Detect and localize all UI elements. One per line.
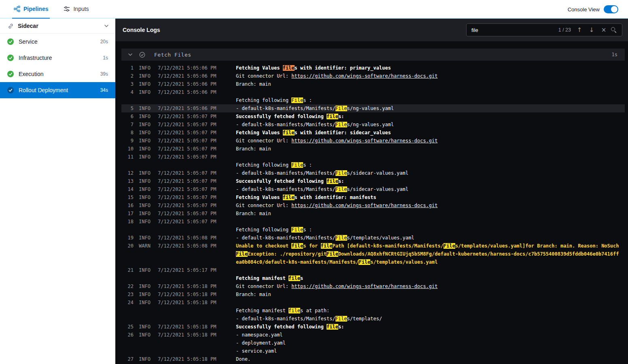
top-bar: Pipelines Inputs Console View — [0, 0, 628, 19]
log-row: 8INFO7/12/2021 5:05:07 PMFetching Values… — [121, 129, 625, 137]
log-line-number: 10 — [121, 145, 134, 153]
sidebar-item-execution[interactable]: Execution39s — [0, 66, 115, 82]
log-line-number: 27 — [121, 355, 134, 363]
pipeline-header[interactable]: Sidecar — [0, 19, 115, 34]
log-level: INFO — [139, 323, 155, 331]
log-level: INFO — [139, 234, 155, 242]
previous-match-button[interactable]: ↑ — [573, 24, 586, 36]
log-timestamp: 7/12/2021 5:05:18 PM — [158, 323, 219, 331]
log-level: INFO — [139, 298, 155, 307]
log-timestamp: 7/12/2021 5:05:07 PM — [158, 112, 219, 121]
log-row: 25INFO7/12/2021 5:05:18 PMSuccessfully f… — [121, 323, 625, 331]
console-title: Console Logs — [123, 27, 160, 33]
search-icon[interactable] — [611, 27, 617, 33]
stage-label: Execution — [19, 71, 100, 77]
log-row: 4INFO7/12/2021 5:05:06 PM Fetching follo… — [121, 88, 625, 104]
log-line-number: 8 — [121, 129, 134, 137]
log-level: INFO — [139, 153, 155, 161]
status-success-icon — [7, 38, 14, 45]
log-row: 6INFO7/12/2021 5:05:07 PMSuccessfully fe… — [121, 112, 625, 121]
search-match: file — [327, 114, 338, 119]
section-collapse-chevron-icon[interactable] — [127, 51, 134, 58]
log-timestamp: 7/12/2021 5:05:07 PM — [158, 193, 219, 201]
log-link[interactable]: https://github.com/wings-software/harnes… — [291, 284, 437, 289]
search-match: File — [335, 106, 347, 111]
tab-pipelines[interactable]: Pipelines — [12, 0, 50, 19]
stage-sidebar: Sidecar Service20sInfrastructure1sExecut… — [0, 19, 115, 364]
log-timestamp: 7/12/2021 5:05:07 PM — [158, 129, 219, 137]
log-level: INFO — [139, 177, 155, 185]
log-line-number: 26 — [121, 331, 134, 339]
log-timestamp: 7/12/2021 5:05:18 PM — [158, 298, 219, 307]
log-message: - default-k8s-manifests/Manifests/Files/… — [236, 185, 625, 193]
log-level: INFO — [139, 137, 155, 145]
search-match: File — [443, 243, 455, 249]
log-level: INFO — [139, 266, 155, 274]
log-section-header[interactable]: Fetch Files 1s — [121, 49, 625, 61]
log-message: - default-k8s-manifests/Manifests/Files/… — [236, 104, 625, 112]
log-timestamp: 7/12/2021 5:05:07 PM — [158, 121, 219, 129]
log-link[interactable]: https://github.com/wings-software/harnes… — [291, 203, 437, 208]
log-line-number: 5 — [121, 104, 134, 112]
log-level: INFO — [139, 282, 155, 290]
log-link[interactable]: https://github.com/wings-software/harnes… — [291, 138, 437, 144]
log-timestamp: 7/12/2021 5:05:18 PM — [158, 331, 219, 339]
chevron-down-icon[interactable] — [103, 23, 110, 29]
log-line-number: 12 — [121, 169, 134, 177]
log-timestamp: 7/12/2021 5:05:06 PM — [158, 72, 219, 80]
toggle-knob — [611, 6, 617, 13]
log-line-number: 11 — [121, 153, 134, 161]
status-success-icon — [7, 87, 14, 93]
sidebar-item-service[interactable]: Service20s — [0, 34, 115, 50]
log-row: 5INFO7/12/2021 5:05:06 PM- default-k8s-m… — [121, 104, 625, 112]
log-timestamp: 7/12/2021 5:05:07 PM — [158, 185, 219, 193]
log-timestamp: 7/12/2021 5:05:07 PM — [158, 145, 219, 153]
log-timestamp: 7/12/2021 5:05:18 PM — [158, 355, 219, 363]
log-message: - default-k8s-manifests/Manifests/Files/… — [236, 169, 625, 177]
log-row: 14INFO7/12/2021 5:05:07 PM- default-k8s-… — [121, 185, 625, 193]
log-timestamp: 7/12/2021 5:05:07 PM — [158, 210, 219, 218]
console-body: Fetch Files 1s 1INFO7/12/2021 5:05:06 PM… — [115, 41, 628, 364]
search-match: file — [327, 324, 338, 330]
log-timestamp: 7/12/2021 5:05:07 PM — [158, 218, 219, 226]
log-timestamp: 7/12/2021 5:05:07 PM — [158, 153, 219, 161]
clear-search-button[interactable]: × — [598, 24, 610, 36]
log-message: Fetching Values files with identifier: m… — [236, 193, 625, 201]
pipeline-name: Sidecar — [18, 23, 103, 29]
log-timestamp: 7/12/2021 5:05:18 PM — [158, 282, 219, 290]
log-link[interactable]: https://github.com/wings-software/harnes… — [291, 73, 437, 79]
log-row: 23INFO7/12/2021 5:05:18 PMBranch: main — [121, 290, 625, 298]
tab-inputs[interactable]: Inputs — [62, 0, 90, 19]
log-row: 27INFO7/12/2021 5:05:18 PMDone. — [121, 355, 625, 363]
console-view-toggle[interactable] — [604, 5, 618, 13]
search-match: File — [335, 235, 347, 241]
log-line-number: 24 — [121, 298, 134, 307]
log-level: INFO — [139, 169, 155, 177]
log-level: INFO — [139, 331, 155, 339]
log-message: Fetching Values files with identifier: s… — [236, 129, 625, 137]
log-row: 9INFO7/12/2021 5:05:07 PMGit connector U… — [121, 137, 625, 145]
search-match: file — [283, 195, 295, 200]
console-panel: Console Logs 1 / 23 ↑ ↓ × Fetch Files 1s… — [115, 19, 628, 364]
log-message: Git connector Url: https://github.com/wi… — [236, 72, 625, 80]
tab-pipelines-label: Pipelines — [23, 6, 48, 12]
log-row: 20WARN7/12/2021 5:05:08 PMUnable to chec… — [121, 242, 625, 266]
log-message: Successfully fetched following files: — [236, 112, 625, 121]
log-line-number: 7 — [121, 121, 134, 129]
sidebar-item-rollout-deployment[interactable]: Rollout Deployment34s — [0, 82, 115, 98]
log-row: 2INFO7/12/2021 5:05:06 PMGit connector U… — [121, 72, 625, 80]
log-level: INFO — [139, 201, 155, 210]
log-line-number: 18 — [121, 218, 134, 226]
log-timestamp: 7/12/2021 5:05:06 PM — [158, 80, 219, 88]
search-match-counter: 1 / 23 — [558, 27, 571, 33]
search-match-current: file — [283, 65, 295, 71]
next-match-button[interactable]: ↓ — [586, 24, 598, 36]
log-timestamp: 7/12/2021 5:05:17 PM — [158, 266, 219, 274]
link-icon — [7, 23, 14, 29]
log-level: INFO — [139, 121, 155, 129]
stage-label: Service — [19, 38, 100, 45]
log-row: 19INFO7/12/2021 5:05:08 PM- default-k8s-… — [121, 234, 625, 242]
sidebar-item-infrastructure[interactable]: Infrastructure1s — [0, 50, 115, 66]
search-match: File — [335, 186, 347, 192]
search-input[interactable] — [471, 27, 555, 33]
